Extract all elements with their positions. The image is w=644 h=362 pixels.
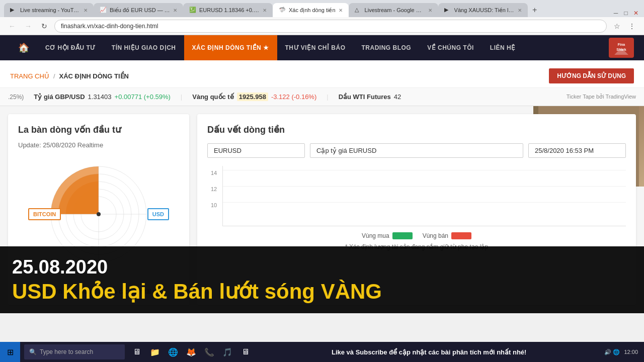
legend-sell-box [451, 232, 471, 239]
system-tray: 🔊 🌐 [604, 349, 620, 355]
ticker-oil-label: Dầu WTI Futures [339, 93, 391, 101]
restore-button[interactable]: □ [622, 9, 630, 17]
tab-6-close[interactable]: ✕ [518, 8, 522, 13]
left-panel-update: Update: 25/08/2020 Realtime [18, 141, 179, 149]
tab-5-favicon: △ [355, 7, 362, 14]
tab-3-label: EURUSD 1.18346 +0.4% Và đ... [199, 7, 260, 13]
forward-button[interactable]: → [22, 20, 34, 32]
nav-item-xac-dinh-label: XÁC ĐỊNH DÒNG TIỀN ★ [192, 44, 269, 51]
breadcrumb-current: XÁC ĐỊNH DÒNG TIỀN [59, 72, 129, 80]
nav-item-tin-hieu-label: TÍN HIỆU GIAO DỊCH [112, 44, 176, 51]
taskbar-icon-5[interactable]: 📞 [201, 344, 217, 360]
nav-item-ve-chung-toi[interactable]: VỀ CHÚNG TÔI [419, 35, 482, 60]
left-panel-title: La bàn dòng vốn đầu tư [18, 124, 179, 135]
address-bar: ← → ↻ finashark.vn/xac-dinh-dong-tien.ht… [0, 17, 644, 35]
ticker-gbpusd-change: +0.00771 (+0.59%) [115, 93, 171, 101]
nav-item-thu-vien[interactable]: THƯ VIỆN CHỈ BÁO [277, 35, 354, 60]
filter-pair-input[interactable] [207, 143, 305, 158]
filter-label-input[interactable] [310, 143, 523, 158]
nav-item-tin-hieu[interactable]: TÍN HIỆU GIAO DỊCH [104, 35, 184, 60]
breadcrumb-bar: TRANG CHỦ / XÁC ĐỊNH DÒNG TIỀN HƯỚNG DẪN… [0, 60, 644, 88]
back-button[interactable]: ← [6, 20, 18, 32]
taskbar-search-placeholder: Type here to search [40, 348, 93, 355]
nav-item-trading-blog-label: TRADING BLOG [362, 44, 412, 51]
tab-4-favicon: 🦈 [279, 7, 286, 14]
tab-1-favicon: ▶ [10, 7, 17, 14]
nav-item-co-hoi-dau-tu[interactable]: CƠ HỘI ĐẦU TƯ [37, 35, 104, 60]
banner-date: 25.08.2020 [12, 256, 632, 278]
taskbar-notification: Like và Subscribe để cập nhật các bài ph… [254, 348, 604, 356]
tab-4-active[interactable]: 🦈 Xác định dòng tiền ✕ [273, 3, 349, 17]
tab-2-close[interactable]: ✕ [173, 8, 177, 13]
ticker-gold-label: Vàng quốc tế [192, 93, 233, 101]
taskbar-time: 12:00 [624, 349, 638, 355]
tab-1[interactable]: ▶ Live streaming - YouTube Studio ✕ [4, 3, 94, 17]
nav-item-co-hoi-label: CƠ HỘI ĐẦU TƯ [45, 44, 96, 51]
breadcrumb-separator: / [53, 72, 55, 80]
tabs-bar: ▶ Live streaming - YouTube Studio ✕ 📈 Bi… [0, 0, 644, 17]
legend-sell-label: Vùng bán [423, 232, 448, 239]
tab-2-favicon: 📈 [100, 7, 107, 14]
tab-1-label: Live streaming - YouTube Studio [20, 7, 80, 13]
breadcrumb-home[interactable]: TRANG CHỦ [10, 72, 49, 80]
nav-item-xac-dinh[interactable]: XÁC ĐỊNH DÒNG TIỀN ★ [184, 35, 277, 60]
banner-title: USD Khỏe lại & Bán lướt sóng VÀNG [12, 280, 632, 303]
legend-buy-box [392, 232, 413, 239]
ticker-divider-2: | [327, 93, 328, 101]
chart-y-10: 10 [211, 202, 217, 208]
tab-6[interactable]: ▶ Vàng XAUUSD: Tiền lặng lẽ rút k... ✕ [438, 3, 528, 17]
taskbar-icon-2[interactable]: 📁 [147, 344, 163, 360]
tab-2-label: Biểu đồ EUR USD — Tỷ giá Euro... [110, 7, 170, 14]
chart-gridline-10 [223, 202, 626, 203]
nav-item-trading-blog[interactable]: TRADING BLOG [354, 35, 420, 60]
url-input[interactable]: finashark.vn/xac-dinh-dong-tien.html [54, 20, 607, 33]
tab-5[interactable]: △ Livestream - Google Drive ✕ [349, 3, 438, 17]
breadcrumb-left: TRANG CHỦ / XÁC ĐỊNH DÒNG TIỀN [10, 72, 129, 80]
filter-datetime-input[interactable] [528, 143, 626, 158]
tab-6-label: Vàng XAUUSD: Tiền lặng lẽ rút k... [454, 7, 515, 14]
taskbar-icon-3[interactable]: 🌐 [165, 344, 181, 360]
site-wrapper: 🏠 CƠ HỘI ĐẦU TƯ TÍN HIỆU GIAO DỊCH XÁC Đ… [0, 35, 644, 313]
chart-container: 14 12 10 [207, 166, 626, 226]
tab-3[interactable]: 💹 EURUSD 1.18346 +0.4% Và đ... ✕ [183, 3, 273, 17]
extensions-icon[interactable]: ⋮ [626, 20, 638, 32]
tab-2[interactable]: 📈 Biểu đồ EUR USD — Tỷ giá Euro... ✕ [94, 3, 183, 17]
ticker-source: Ticker Tape bởi TradingView [567, 94, 636, 100]
chart-y-12: 12 [211, 186, 217, 192]
new-tab-button[interactable]: + [528, 3, 542, 17]
nav-home-button[interactable]: 🏠 [10, 35, 37, 60]
ticker-gold: Vàng quốc tế 1925.958 -3.122 (-0.16%) [192, 93, 316, 101]
close-window-button[interactable]: ✕ [632, 9, 640, 17]
refresh-button[interactable]: ↻ [38, 20, 50, 32]
nav-item-ve-chung-toi-label: VỀ CHÚNG TÔI [427, 44, 474, 51]
tab-1-close[interactable]: ✕ [84, 8, 88, 13]
tab-3-favicon: 💹 [189, 7, 196, 14]
bookmark-icon[interactable]: ☆ [611, 20, 623, 32]
nav-item-lien-he[interactable]: LIÊN HỆ [482, 35, 524, 60]
taskbar-icon-7[interactable]: 🖥 [237, 344, 254, 360]
chart-y-14: 14 [211, 170, 217, 176]
black-banner: 25.08.2020 USD Khỏe lại & Bán lướt sóng … [0, 246, 644, 313]
start-button[interactable]: ⊞ [0, 342, 20, 362]
site-nav: 🏠 CƠ HỘI ĐẦU TƯ TÍN HIỆU GIAO DỊCH XÁC Đ… [0, 35, 644, 60]
huong-dan-button[interactable]: HƯỚNG DẪN SỬ DỤNG [549, 68, 634, 83]
taskbar-icon-4[interactable]: 🦊 [183, 344, 199, 360]
taskbar-search[interactable]: 🔍 Type here to search [24, 344, 125, 359]
right-panel-title: Dấu vết dòng tiền [207, 124, 626, 135]
label-bitcoin[interactable]: BITCOIN [28, 208, 61, 220]
tab-5-close[interactable]: ✕ [428, 8, 432, 13]
taskbar-icon-6[interactable]: 🎵 [219, 344, 235, 360]
minimize-button[interactable]: ─ [612, 9, 620, 17]
ticker-partial-left: .25%) [8, 94, 24, 101]
tab-4-label: Xác định dòng tiền [289, 7, 336, 14]
tab-3-close[interactable]: ✕ [263, 8, 267, 13]
ticker-gold-value: 1925.958 [237, 93, 268, 101]
label-usd[interactable]: USD [147, 208, 169, 220]
tab-4-close[interactable]: ✕ [339, 8, 343, 13]
chart-lines: 14 12 10 [222, 166, 626, 226]
taskbar-icon-1[interactable]: 🖥 [129, 344, 145, 360]
browser-toolbar: ☆ ⋮ [611, 20, 638, 32]
main-content: La bàn dòng vốn đầu tư Update: 25/08/202… [0, 106, 644, 313]
chart-gridline-12 [223, 186, 626, 187]
nav-item-thu-vien-label: THƯ VIỆN CHỈ BÁO [285, 44, 346, 51]
